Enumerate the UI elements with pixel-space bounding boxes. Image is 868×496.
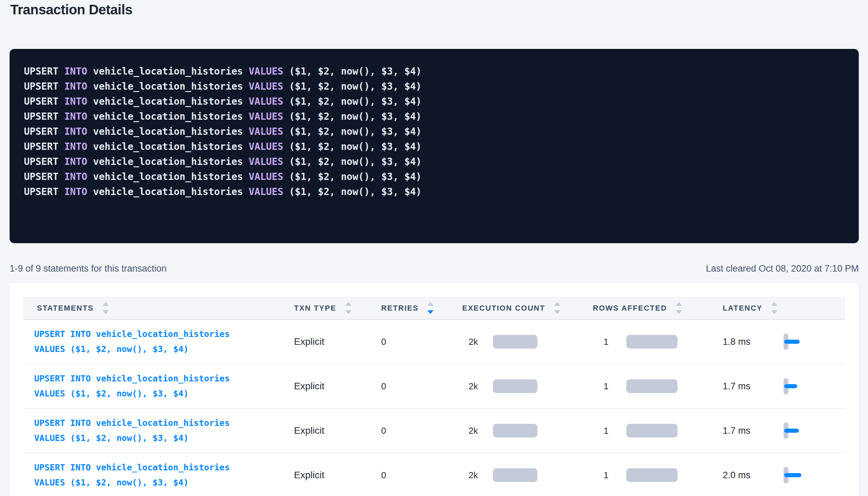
retries-value: 0 bbox=[381, 426, 386, 436]
latency-barchart bbox=[784, 420, 814, 441]
latency-value: 1.7 ms bbox=[723, 426, 757, 436]
retries-cell: 0 bbox=[370, 337, 451, 347]
statement-link[interactable]: UPSERT INTO vehicle_location_histories V… bbox=[34, 460, 230, 490]
column-header-execution-count[interactable]: EXECUTION COUNT bbox=[451, 302, 582, 314]
statement-cell: UPSERT INTO vehicle_location_histories V… bbox=[23, 416, 283, 446]
txn-type-cell: Explicit bbox=[283, 425, 370, 436]
summary-row: 1-9 of 9 statements for this transaction… bbox=[10, 263, 859, 274]
rows-affected-bar bbox=[626, 335, 678, 349]
sql-statements-box: UPSERT INTO vehicle_location_histories V… bbox=[10, 49, 859, 243]
sort-asc-icon[interactable] bbox=[427, 302, 433, 306]
rows-affected-bar bbox=[626, 379, 678, 393]
execution-count-value: 2k bbox=[462, 381, 478, 392]
latency-bar bbox=[784, 340, 800, 344]
sql-line: UPSERT INTO vehicle_location_histories V… bbox=[24, 124, 845, 139]
sort-arrows-icon[interactable] bbox=[676, 302, 682, 314]
sort-asc-icon[interactable] bbox=[771, 302, 777, 306]
sort-arrows-icon[interactable] bbox=[554, 302, 560, 314]
sql-line: UPSERT INTO vehicle_location_histories V… bbox=[24, 94, 845, 109]
execution-count-value: 2k bbox=[462, 337, 478, 347]
table-row: UPSERT INTO vehicle_location_histories V… bbox=[23, 320, 845, 364]
statement-cell: UPSERT INTO vehicle_location_histories V… bbox=[23, 327, 283, 357]
latency-barchart bbox=[784, 465, 814, 485]
retries-cell: 0 bbox=[370, 470, 451, 481]
rows-affected-value: 1 bbox=[593, 381, 609, 392]
sql-line: UPSERT INTO vehicle_location_histories V… bbox=[24, 64, 845, 79]
sort-desc-icon[interactable] bbox=[345, 310, 351, 314]
execution-count-cell: 2k bbox=[451, 379, 582, 393]
column-header-statements[interactable]: STATEMENTS bbox=[23, 302, 283, 314]
statement-link[interactable]: UPSERT INTO vehicle_location_histories V… bbox=[34, 416, 230, 446]
sort-desc-icon[interactable] bbox=[771, 310, 777, 314]
sql-line: UPSERT INTO vehicle_location_histories V… bbox=[24, 139, 845, 154]
column-header-rows-affected[interactable]: ROWS AFFECTED bbox=[582, 302, 712, 314]
latency-cell: 1.7 ms bbox=[712, 376, 845, 396]
rows-affected-bar bbox=[626, 468, 678, 482]
txn-type-cell: Explicit bbox=[283, 381, 370, 392]
table-header-row: STATEMENTS TXN TYPE RETRIES EXECUTION CO… bbox=[23, 297, 845, 320]
sql-line: UPSERT INTO vehicle_location_histories V… bbox=[24, 154, 845, 169]
table-row: UPSERT INTO vehicle_location_histories V… bbox=[23, 453, 845, 496]
rows-affected-bar bbox=[626, 424, 678, 438]
execution-count-bar bbox=[493, 424, 537, 438]
statement-link[interactable]: UPSERT INTO vehicle_location_histories V… bbox=[34, 371, 230, 401]
column-header-txn-type[interactable]: TXN TYPE bbox=[283, 302, 370, 314]
sql-line: UPSERT INTO vehicle_location_histories V… bbox=[24, 109, 845, 124]
latency-cell: 1.7 ms bbox=[712, 420, 845, 441]
txn-type-value: Explicit bbox=[294, 336, 324, 347]
rows-affected-value: 1 bbox=[593, 470, 609, 481]
table-row: UPSERT INTO vehicle_location_histories V… bbox=[23, 364, 845, 409]
rows-affected-cell: 1 bbox=[582, 424, 712, 438]
sort-arrows-icon[interactable] bbox=[103, 302, 109, 314]
sort-asc-icon[interactable] bbox=[103, 302, 109, 306]
txn-type-cell: Explicit bbox=[283, 470, 370, 481]
latency-bar bbox=[784, 473, 801, 477]
column-header-latency[interactable]: LATENCY bbox=[712, 302, 845, 314]
execution-count-cell: 2k bbox=[451, 335, 582, 349]
latency-bar bbox=[784, 429, 799, 433]
rows-affected-value: 1 bbox=[593, 337, 609, 347]
txn-type-cell: Explicit bbox=[283, 336, 370, 347]
retries-value: 0 bbox=[381, 381, 386, 392]
sort-desc-icon[interactable] bbox=[427, 310, 433, 314]
execution-count-value: 2k bbox=[462, 426, 478, 436]
rows-affected-value: 1 bbox=[593, 426, 609, 436]
sql-line: UPSERT INTO vehicle_location_histories V… bbox=[24, 184, 845, 199]
txn-type-value: Explicit bbox=[294, 381, 324, 392]
sort-asc-icon[interactable] bbox=[345, 302, 351, 306]
latency-value: 2.0 ms bbox=[723, 470, 757, 481]
sort-arrows-icon[interactable] bbox=[345, 302, 351, 314]
txn-type-value: Explicit bbox=[294, 470, 324, 481]
txn-type-value: Explicit bbox=[294, 425, 324, 436]
retries-value: 0 bbox=[381, 337, 386, 347]
sort-desc-icon[interactable] bbox=[103, 310, 109, 314]
sort-desc-icon[interactable] bbox=[676, 310, 682, 314]
execution-count-cell: 2k bbox=[451, 424, 582, 438]
retries-value: 0 bbox=[381, 470, 386, 481]
table-row: UPSERT INTO vehicle_location_histories V… bbox=[23, 409, 845, 453]
table-body: UPSERT INTO vehicle_location_histories V… bbox=[23, 320, 845, 496]
latency-cell: 1.8 ms bbox=[712, 331, 845, 352]
sort-desc-icon[interactable] bbox=[554, 310, 560, 314]
execution-count-bar bbox=[493, 379, 537, 393]
sql-code-lines: UPSERT INTO vehicle_location_histories V… bbox=[24, 64, 845, 199]
sort-asc-icon[interactable] bbox=[676, 302, 682, 306]
execution-count-value: 2k bbox=[462, 470, 478, 481]
statement-count-text: 1-9 of 9 statements for this transaction bbox=[10, 263, 166, 274]
sort-arrows-icon[interactable] bbox=[771, 302, 777, 314]
latency-cell: 2.0 ms bbox=[712, 465, 845, 485]
statement-link[interactable]: UPSERT INTO vehicle_location_histories V… bbox=[34, 327, 230, 357]
retries-cell: 0 bbox=[370, 381, 451, 392]
sort-arrows-icon[interactable] bbox=[427, 302, 433, 314]
rows-affected-cell: 1 bbox=[582, 379, 712, 393]
sort-asc-icon[interactable] bbox=[554, 302, 560, 306]
rows-affected-cell: 1 bbox=[582, 468, 712, 482]
last-cleared-text: Last cleared Oct 08, 2020 at 7:10 PM bbox=[706, 263, 859, 274]
page-title: Transaction Details bbox=[10, 2, 132, 17]
column-header-retries[interactable]: RETRIES bbox=[370, 302, 451, 314]
statements-table-card: STATEMENTS TXN TYPE RETRIES EXECUTION CO… bbox=[10, 283, 859, 496]
latency-bar bbox=[784, 384, 797, 388]
statement-cell: UPSERT INTO vehicle_location_histories V… bbox=[23, 460, 283, 490]
latency-value: 1.7 ms bbox=[723, 381, 757, 392]
latency-barchart bbox=[784, 376, 814, 396]
